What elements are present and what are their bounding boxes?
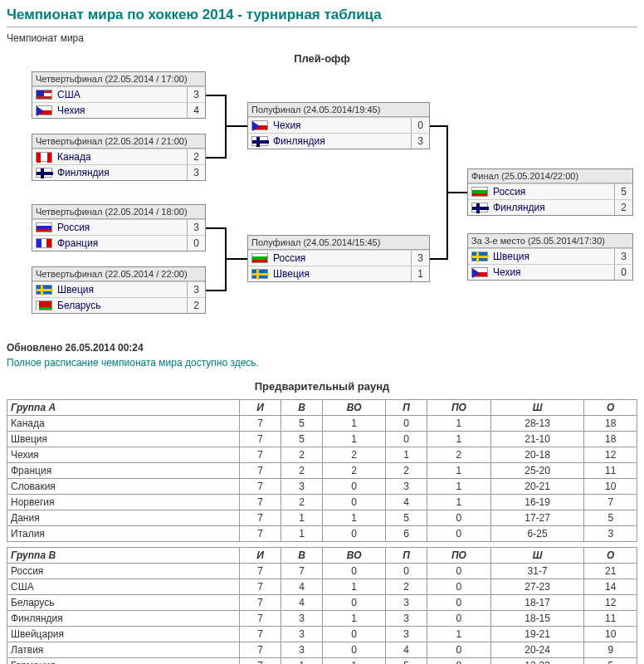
team-name[interactable]: Россия (56, 220, 187, 235)
team-name[interactable]: Беларусь (56, 298, 187, 313)
team-name[interactable]: Финляндия (56, 165, 187, 180)
stat-cell: 16-19 (490, 495, 584, 510)
team-cell: Беларусь (7, 595, 240, 611)
match-title: За 3-е место (25.05.2014/17:30) (468, 234, 632, 248)
score: 3 (187, 282, 205, 297)
qf-match-2: Четвертьфинал (22.05.2014 / 21:00) Канад… (32, 134, 206, 181)
stat-cell: 7 (240, 447, 281, 463)
stat-cell: 5 (281, 416, 323, 432)
team-name[interactable]: Чехия (56, 103, 187, 118)
flag-icon (36, 300, 52, 310)
score: 3 (187, 87, 205, 102)
stat-cell: 10 (584, 627, 637, 642)
flag-icon (251, 136, 268, 146)
stat-cell: 0 (427, 510, 491, 526)
team-cell: Чехия (7, 447, 240, 463)
match-title: Четвертьфинал (22.05.2014 / 17:00) (32, 72, 205, 86)
stat-cell: 0 (427, 564, 491, 579)
table-row: Словакия7303120-2110 (7, 479, 637, 495)
team-name[interactable]: Россия (271, 251, 411, 266)
score: 3 (411, 251, 429, 266)
flag-icon (251, 120, 268, 130)
stat-cell: 1 (427, 432, 491, 447)
final-match: Финал (25.05.2014/22:00) Россия5 Финлянд… (467, 168, 633, 216)
stat-cell: 4 (386, 642, 427, 658)
score: 3 (614, 249, 632, 264)
stat-cell: 6-25 (490, 526, 584, 542)
match-title: Четвертьфинал (22.05.2014 / 18:00) (32, 205, 205, 219)
team-name[interactable]: Россия (491, 184, 614, 199)
flag-icon (36, 168, 52, 178)
table-row: Финляндия7313018-1511 (7, 611, 637, 627)
stat-cell: 0 (323, 595, 386, 611)
stat-cell: 5 (281, 432, 323, 447)
score: 0 (614, 265, 632, 280)
table-row: Беларусь7403018-1712 (7, 595, 637, 611)
score: 2 (187, 298, 205, 313)
playoff-bracket: Четвертьфинал (22.05.2014 / 17:00) США3 … (7, 71, 637, 337)
team-cell: Словакия (7, 479, 240, 495)
col-po: ПО (427, 400, 491, 416)
team-name[interactable]: Канада (56, 149, 187, 164)
stat-cell: 7 (240, 627, 281, 642)
flag-icon (471, 251, 488, 261)
third-place-match: За 3-е место (25.05.2014/17:30) Швеция3 … (467, 233, 633, 281)
flag-icon (36, 222, 52, 232)
col-po: ПО (427, 548, 491, 564)
score: 3 (411, 134, 429, 149)
team-cell: Германия (7, 658, 240, 665)
stat-cell: 18-15 (490, 611, 584, 627)
updated-label: Обновлено 26.05.2014 00:24 (7, 342, 637, 354)
team-cell: Россия (7, 564, 240, 579)
score: 2 (187, 149, 205, 164)
match-title: Четвертьфинал (22.05.2014 / 21:00) (32, 134, 205, 149)
col-v: В (281, 548, 323, 564)
team-name[interactable]: Финляндия (271, 134, 411, 149)
col-sh: Ш (490, 548, 584, 564)
stat-cell: 1 (323, 432, 386, 447)
col-p: П (386, 400, 427, 416)
team-name[interactable]: Финляндия (491, 200, 614, 215)
stat-cell: 5 (584, 510, 637, 526)
full-schedule-link[interactable]: Полное расписание чемпионата мира доступ… (7, 357, 259, 369)
team-cell: Финляндия (7, 611, 240, 627)
team-name[interactable]: Швеция (56, 282, 187, 297)
stat-cell: 3 (386, 479, 427, 495)
flag-icon (471, 267, 488, 277)
col-vo: ВО (323, 400, 386, 416)
team-cell: Латвия (7, 642, 240, 658)
stat-cell: 7 (240, 463, 281, 479)
score: 2 (614, 200, 632, 215)
stat-cell: 21 (584, 564, 637, 579)
stat-cell: 7 (240, 564, 281, 579)
score: 3 (187, 220, 205, 235)
stat-cell: 17-27 (490, 510, 584, 526)
flag-icon (36, 285, 52, 295)
table-row: Швейцария7303119-2110 (7, 627, 637, 642)
stat-cell: 2 (323, 463, 386, 479)
stat-cell: 0 (427, 642, 491, 658)
team-name[interactable]: Швеция (491, 249, 614, 264)
sf-match-1: Полуфинал (24.05.2014/19:45) Чехия0 Финл… (247, 102, 430, 149)
table-row: Чехия7221220-1812 (7, 447, 637, 463)
stat-cell: 1 (323, 611, 386, 627)
team-name[interactable]: Швеция (271, 266, 411, 281)
col-o: О (584, 548, 637, 564)
team-name[interactable]: США (56, 87, 187, 102)
stat-cell: 1 (427, 416, 491, 432)
score: 0 (411, 118, 429, 133)
stat-cell: 9 (584, 642, 637, 658)
stat-cell: 18-17 (490, 595, 584, 611)
stat-cell: 1 (427, 479, 491, 495)
table-row: Швеция7510121-1018 (7, 432, 637, 447)
team-name[interactable]: Чехия (271, 118, 411, 133)
stat-cell: 0 (386, 564, 427, 579)
qf-match-4: Четвертьфинал (22.05.2014 / 22:00) Швеци… (32, 266, 206, 314)
team-name[interactable]: Чехия (491, 265, 614, 280)
team-cell: США (7, 579, 240, 595)
team-name[interactable]: Франция (56, 236, 187, 251)
stat-cell: 3 (281, 611, 323, 627)
col-v: В (281, 400, 323, 416)
flag-icon (471, 203, 488, 212)
stat-cell: 7 (584, 495, 637, 510)
